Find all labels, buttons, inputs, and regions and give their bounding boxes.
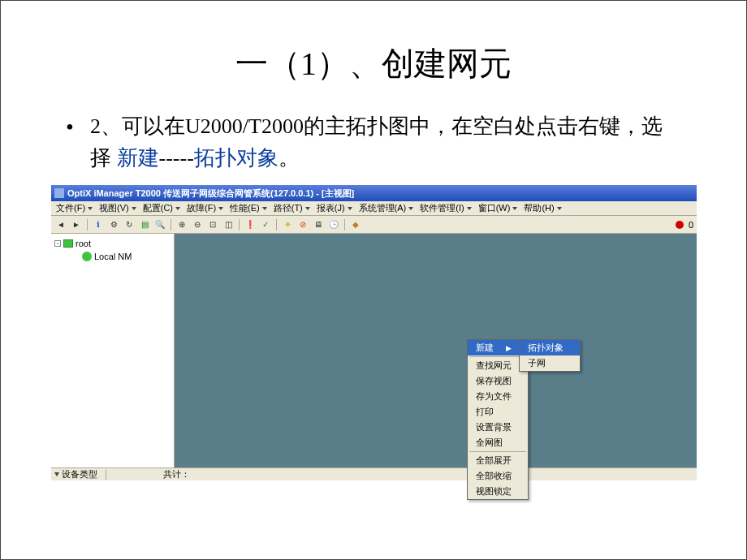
chevron-down-icon <box>512 207 517 210</box>
separator-icon <box>469 356 526 357</box>
menu-software[interactable]: 软件管理(I) <box>420 202 471 214</box>
tool-arrow-right-icon[interactable]: ► <box>70 218 83 231</box>
tree-root-row[interactable]: - root <box>54 237 171 250</box>
menu-report[interactable]: 报表(J) <box>317 202 352 214</box>
embedded-screenshot: OptiX iManager T2000 传送网子网级综合网管系统(127.0.… <box>51 185 697 480</box>
chevron-down-icon <box>305 207 310 210</box>
alarm-indicator-icon <box>676 221 684 229</box>
ctx-item-collapse-all[interactable]: 全部收缩 <box>468 468 528 484</box>
topology-canvas[interactable]: 新建 ▶ 查找网元 保存视图 存为文件 打印 设置背景 全网图 全部展开 全部收… <box>175 234 697 467</box>
menu-window[interactable]: 窗口(W) <box>478 202 518 214</box>
ctx-item-print[interactable]: 打印 <box>468 404 528 420</box>
submenu-arrow-icon: ▶ <box>506 344 512 352</box>
tree-root-label: root <box>76 239 91 248</box>
globe-icon <box>82 252 92 261</box>
highlight-topo-object: 拓扑对象 <box>194 146 279 170</box>
separator-icon <box>106 470 106 480</box>
alarm-count: 0 <box>689 220 693 230</box>
tool-zoom-out-icon[interactable]: ⊖ <box>191 218 204 231</box>
app-icon <box>54 188 64 198</box>
bullet-item: 2、可以在U2000/T2000的主拓扑图中，在空白处点击右键，选择 新建---… <box>66 110 681 174</box>
tool-refresh-icon[interactable]: ↻ <box>123 218 136 231</box>
chevron-down-icon <box>262 207 267 210</box>
tree-child-row[interactable]: Local NM <box>54 250 171 263</box>
collapse-icon[interactable]: - <box>54 240 61 247</box>
tool-search-icon[interactable]: 🔍 <box>153 218 166 231</box>
ctx-item-bg[interactable]: 设置背景 <box>468 420 528 435</box>
folder-icon <box>63 239 73 248</box>
window-title-text: OptiX iManager T2000 传送网子网级综合网管系统(127.0.… <box>67 187 354 200</box>
bullet-dashes: ----- <box>159 146 194 170</box>
tool-arrow-left-icon[interactable]: ◄ <box>54 218 67 231</box>
tool-clock-icon[interactable]: 🕒 <box>327 218 340 231</box>
chevron-down-icon <box>557 207 562 210</box>
subctx-subnet[interactable]: 子网 <box>520 355 580 371</box>
separator-icon <box>344 219 345 230</box>
menubar: 文件(F) 视图(V) 配置(C) 故障(F) 性能(E) 路径(T) 报表(J… <box>51 201 697 216</box>
tool-book-icon[interactable]: ◆ <box>349 218 362 231</box>
menu-config[interactable]: 配置(C) <box>143 202 180 214</box>
chevron-down-icon <box>132 207 136 210</box>
menu-view[interactable]: 视图(V) <box>99 202 136 214</box>
window-titlebar: OptiX iManager T2000 传送网子网级综合网管系统(127.0.… <box>51 185 697 201</box>
menu-fault[interactable]: 故障(F) <box>187 202 223 214</box>
ctx-item-expand-all[interactable]: 全部展开 <box>468 453 528 468</box>
bottom-tab-device-type[interactable]: 设备类型 <box>54 468 97 480</box>
separator-icon <box>239 219 240 230</box>
bottom-pane: 设备类型 共计： <box>51 467 697 480</box>
subctx-topology-object[interactable]: 拓扑对象 <box>520 340 580 355</box>
tool-zoom-in-icon[interactable]: ⊕ <box>175 218 188 231</box>
chevron-down-icon <box>218 207 223 210</box>
tree-child-label: Local NM <box>94 252 132 261</box>
tool-monitor-icon[interactable]: 🖥 <box>312 218 325 231</box>
menu-system[interactable]: 系统管理(A) <box>359 202 414 214</box>
ctx-item-save-view[interactable]: 保存视图 <box>468 373 528 389</box>
tree-panel: - root Local NM <box>51 234 175 467</box>
slide-title: 一（1）、创建网元 <box>1 1 746 110</box>
separator-icon <box>276 219 277 230</box>
menu-file[interactable]: 文件(F) <box>56 202 93 214</box>
tool-sun-icon[interactable]: ☀ <box>281 218 294 231</box>
menu-path[interactable]: 路径(T) <box>274 202 310 214</box>
slide-body: 2、可以在U2000/T2000的主拓扑图中，在空白处点击右键，选择 新建---… <box>1 110 746 174</box>
ctx-item-lock-view[interactable]: 视图锁定 <box>468 484 528 499</box>
chevron-down-icon <box>408 207 413 210</box>
chevron-down-icon <box>348 207 352 210</box>
ctx-item-save-as[interactable]: 存为文件 <box>468 389 528 404</box>
ctx-item-full[interactable]: 全网图 <box>468 435 528 450</box>
toolbar-right: 0 <box>676 220 693 230</box>
sub-context-menu: 拓扑对象 子网 <box>519 339 581 372</box>
tool-exclaim-icon[interactable]: ❗ <box>244 218 257 231</box>
tool-check-icon[interactable]: ✓ <box>259 218 272 231</box>
chevron-down-icon <box>467 207 472 210</box>
tool-gear-icon[interactable]: ⚙ <box>107 218 120 231</box>
bullet-period: 。 <box>279 146 300 170</box>
bottom-total-label: 共计： <box>163 468 190 480</box>
tool-fit-icon[interactable]: ⊡ <box>206 218 219 231</box>
separator-icon <box>171 219 171 230</box>
chevron-down-icon <box>54 472 59 476</box>
tool-chart-icon[interactable]: ▤ <box>138 218 151 231</box>
toolbar: ◄ ► ℹ ⚙ ↻ ▤ 🔍 ⊕ ⊖ ⊡ ◫ ❗ ✓ ☀ ⊘ 🖥 🕒 ◆ 0 <box>51 216 697 234</box>
tool-info-icon[interactable]: ℹ <box>92 218 105 231</box>
highlight-create: 新建 <box>117 146 159 170</box>
menu-help[interactable]: 帮助(H) <box>524 202 561 214</box>
separator-icon <box>469 451 526 452</box>
workspace: - root Local NM 新建 ▶ 查找网元 保存视图 存为文件 <box>51 234 697 467</box>
menu-performance[interactable]: 性能(E) <box>230 202 267 214</box>
chevron-down-icon <box>175 207 180 210</box>
separator-icon <box>87 219 88 230</box>
tool-zoom-region-icon[interactable]: ◫ <box>222 218 235 231</box>
chevron-down-icon <box>88 207 93 210</box>
tool-stop-icon[interactable]: ⊘ <box>296 218 309 231</box>
